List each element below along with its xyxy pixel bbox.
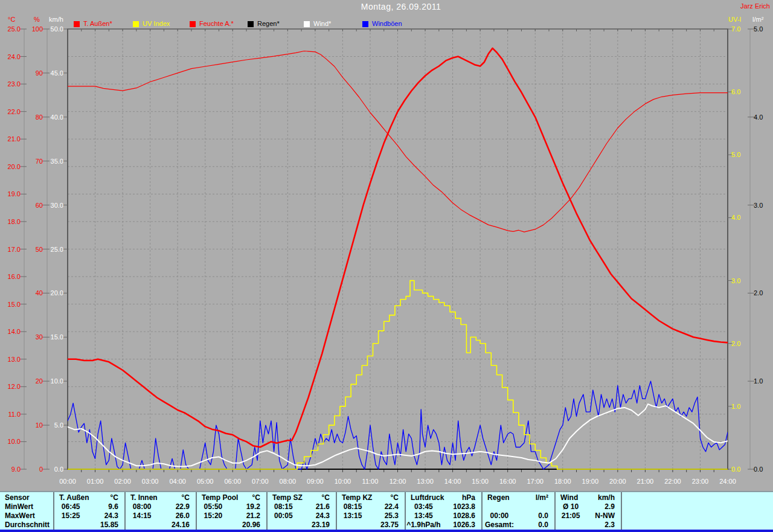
table-column-temp-pool: Temp Pool°C05:5019.215:2021.220.96: [196, 492, 266, 530]
table-column-t-innen: T. Innen°C08:0022.914:1526.024.16: [124, 492, 196, 530]
svg-text:23:00: 23:00: [692, 478, 709, 485]
column-name: Regen: [483, 493, 536, 502]
svg-text:00:00: 00:00: [59, 478, 76, 485]
svg-text:19:00: 19:00: [582, 478, 599, 485]
table-row: 15.85: [54, 521, 124, 530]
svg-text:07:00: 07:00: [252, 478, 269, 485]
svg-text:100: 100: [32, 25, 43, 33]
cell-value: 1026.3: [441, 521, 481, 530]
column-name: Temp KZ: [337, 493, 391, 502]
svg-text:0: 0: [39, 466, 43, 473]
svg-text:3.0: 3.0: [754, 202, 763, 209]
table-column-temp-sz: Temp SZ°C08:1521.600:0524.323.19: [266, 492, 336, 530]
svg-text:21.0: 21.0: [8, 135, 21, 143]
svg-text:10.0: 10.0: [51, 377, 63, 385]
svg-text:03:00: 03:00: [142, 478, 159, 485]
column-unit: °C: [322, 493, 336, 502]
page-title: Montag, 26.09.2011: [14, 2, 773, 11]
svg-text:10:00: 10:00: [335, 478, 351, 485]
svg-text:45.0: 45.0: [51, 69, 63, 77]
cell-time: Ø 10 min.: [556, 502, 586, 511]
svg-text:13:00: 13:00: [417, 478, 434, 485]
svg-text:24.0: 24.0: [8, 53, 21, 60]
table-row: 00:0524.3: [268, 511, 336, 521]
cell-time: 00:05: [268, 511, 300, 521]
axis-unit-percent: %: [34, 16, 40, 23]
svg-text:90: 90: [36, 69, 43, 77]
cell-time: 03:45: [406, 502, 441, 511]
table-row: 08:1521.6: [268, 502, 336, 511]
axis-unit-celsius: °C: [8, 16, 15, 23]
svg-text:20.0: 20.0: [51, 289, 63, 296]
svg-text:17:00: 17:00: [527, 478, 544, 485]
column-unit: °C: [252, 493, 266, 502]
column-unit: km/h: [598, 493, 621, 502]
svg-text:30: 30: [36, 333, 43, 341]
cell-time: 06:45: [54, 502, 87, 511]
svg-text:18.0: 18.0: [8, 218, 21, 225]
table-column-luftdruck: LuftdruckhPa03:451023.813:451028.6^1.9hP…: [405, 492, 481, 530]
table-row: 2.3: [556, 521, 621, 530]
axis-unit-kmh: km/h: [49, 16, 63, 23]
table-row: 05:5019.2: [197, 502, 266, 511]
table-row: 14:1526.0: [126, 511, 196, 521]
cell-time: [54, 521, 87, 530]
svg-text:15.0: 15.0: [51, 333, 63, 341]
svg-text:15:00: 15:00: [472, 478, 489, 485]
cell-time: ^1.9hPa/h: [406, 521, 441, 530]
column-unit: °C: [111, 493, 124, 502]
column-unit: °C: [182, 493, 196, 502]
svg-text:6.0: 6.0: [731, 88, 740, 95]
cell-value: 24.16: [158, 521, 196, 530]
table-row: 15:2524.3: [54, 511, 124, 521]
svg-text:2.0: 2.0: [731, 340, 740, 347]
cell-value: 9.6: [87, 502, 124, 511]
summary-table: SensorMinWertMaxWertDurchschnittT. Außen…: [0, 491, 773, 530]
table-row: 03:451023.8: [406, 502, 481, 511]
svg-text:40: 40: [36, 289, 43, 296]
table-row: 15:2021.2: [197, 511, 266, 521]
cell-value: 22.9: [158, 502, 196, 511]
svg-text:20: 20: [36, 377, 43, 385]
table-column-wind: Windkm/hØ 10 min.2.921:05N-NW 7.62.3: [554, 492, 621, 530]
svg-text:5.0: 5.0: [754, 25, 763, 33]
svg-text:22:00: 22:00: [664, 478, 681, 485]
svg-text:70: 70: [36, 158, 43, 165]
svg-text:12:00: 12:00: [390, 478, 406, 485]
column-name: Temp SZ: [268, 493, 322, 502]
cell-time: 13:15: [337, 511, 368, 521]
cell-value: 24.3: [87, 511, 124, 521]
cell-time: [197, 521, 229, 530]
svg-text:11.0: 11.0: [8, 411, 21, 418]
svg-text:4.0: 4.0: [731, 214, 740, 221]
cell-value: 21.2: [229, 511, 266, 521]
cell-value: 2.9: [586, 502, 621, 511]
cell-time: 13:45: [406, 511, 441, 521]
cell-time: [126, 521, 158, 530]
cell-value: 19.2: [229, 502, 266, 511]
cell-time: [337, 521, 368, 530]
table-row: 08:0022.9: [126, 502, 196, 511]
column-name: Luftdruck: [406, 493, 462, 502]
weather-chart: 25.024.023.022.021.020.019.018.017.016.0…: [0, 0, 773, 490]
cell-value: 2.3: [586, 521, 621, 530]
cell-time: 00:00: [483, 511, 516, 521]
svg-text:1.0: 1.0: [754, 377, 763, 385]
svg-text:12.0: 12.0: [8, 383, 21, 390]
table-row: [483, 502, 554, 511]
svg-text:0.0: 0.0: [731, 466, 740, 473]
svg-text:1.0: 1.0: [731, 403, 740, 410]
svg-text:09:00: 09:00: [307, 478, 324, 485]
table-row: Ø 10 min.2.9: [556, 502, 621, 511]
svg-text:05:00: 05:00: [197, 478, 214, 485]
svg-text:02:00: 02:00: [114, 478, 131, 485]
author-label: Jarz Erich: [740, 2, 770, 10]
row-label: MaxWert: [0, 511, 53, 521]
column-unit: hPa: [462, 493, 481, 502]
table-row: 21:05N-NW 7.6: [556, 511, 621, 521]
cell-value: 20.96: [229, 521, 266, 530]
svg-text:13.0: 13.0: [8, 356, 21, 363]
svg-text:01:00: 01:00: [87, 478, 104, 485]
row-label: Sensor: [0, 493, 53, 502]
svg-text:19.0: 19.0: [8, 190, 21, 197]
